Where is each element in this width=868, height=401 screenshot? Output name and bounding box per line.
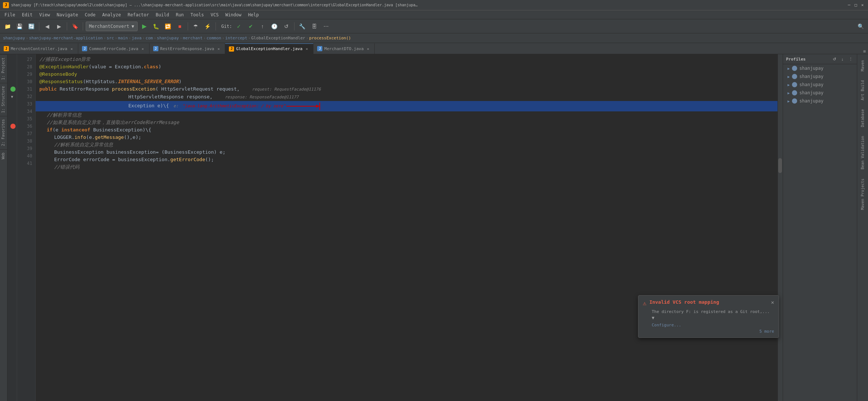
menu-analyze[interactable]: Analyze: [99, 12, 124, 18]
tab-close-button[interactable]: ✕: [216, 46, 221, 51]
breadcrumb-merchant[interactable]: merchant: [183, 36, 203, 40]
menu-help[interactable]: Help: [245, 12, 262, 18]
breadcrumb-shanjupay[interactable]: shanjupay: [3, 36, 25, 40]
svg-marker-1: [316, 105, 320, 108]
tab-label: MerchantController.java: [11, 46, 67, 51]
menu-code[interactable]: Code: [82, 12, 99, 18]
breadcrumb-shanjupay2[interactable]: shanjupay: [157, 36, 179, 40]
project-panel-tab[interactable]: 1: Project: [0, 54, 7, 83]
code-line-39: BusinessException businessException= (Bu…: [39, 149, 774, 156]
breadcrumb-intercept[interactable]: intercept: [225, 36, 247, 40]
notif-configure-link[interactable]: Configure...: [652, 323, 774, 327]
annotation-arrow: [286, 101, 327, 111]
breadcrumb-merchant-app[interactable]: shanjupay-merchant-application: [29, 36, 103, 40]
profile-button[interactable]: ⚡: [203, 21, 213, 32]
forward-button[interactable]: ▶: [54, 21, 64, 32]
tab-rest-error[interactable]: J RestErrorResponse.java ✕: [149, 43, 226, 54]
profile-icon-4: [792, 90, 797, 95]
open-folder-button[interactable]: 📁: [2, 21, 13, 32]
gutter-fold[interactable]: ▼: [11, 95, 13, 99]
menu-window[interactable]: Window: [222, 12, 244, 18]
minimize-button[interactable]: ─: [846, 3, 852, 8]
run-button[interactable]: ▶: [139, 21, 149, 32]
maven-tab[interactable]: Maven: [859, 57, 866, 74]
menu-run[interactable]: Run: [173, 12, 187, 18]
menu-tools[interactable]: Tools: [188, 12, 207, 18]
tab-close-button[interactable]: ✕: [365, 46, 371, 51]
more-tabs-button[interactable]: ≡: [863, 49, 866, 54]
notif-close-button[interactable]: ✕: [771, 299, 774, 305]
tab-close-button[interactable]: ✕: [69, 46, 74, 51]
vertical-scrollbar[interactable]: [777, 54, 783, 401]
code-line-41: //错误代码: [39, 163, 774, 171]
git-update-button[interactable]: ✓: [234, 21, 244, 32]
bookmark-button[interactable]: 🔖: [70, 21, 80, 32]
menu-vcs[interactable]: VCS: [208, 12, 222, 18]
git-history-button[interactable]: 🕐: [269, 21, 280, 32]
menu-build[interactable]: Build: [153, 12, 172, 18]
art-build-tab[interactable]: Art Build: [859, 77, 866, 103]
tab-common-error[interactable]: J CommonErrorCode.java ✕: [78, 43, 149, 54]
breadcrumb-java[interactable]: java: [132, 36, 142, 40]
bean-validation-tab[interactable]: Bean Validation: [859, 133, 866, 172]
back-button[interactable]: ◀: [42, 21, 52, 32]
close-button[interactable]: ✕: [860, 3, 865, 8]
tab-close-button[interactable]: ✕: [140, 46, 145, 51]
menu-edit[interactable]: Edit: [19, 12, 36, 18]
database-tab[interactable]: Database: [859, 106, 866, 130]
menu-refactor[interactable]: Refactor: [125, 12, 152, 18]
settings-button[interactable]: 🔧: [297, 21, 308, 32]
profiles-label: Profiles: [786, 57, 806, 62]
refresh-profiles-button[interactable]: ↺: [831, 56, 838, 62]
breadcrumb-com[interactable]: com: [145, 36, 153, 40]
breadcrumb-file[interactable]: GlobalExceptionHandler: [251, 36, 305, 40]
code-line-35: //如果是系统自定义异常，直接取出errCode和errMessage: [39, 119, 774, 126]
git-commit-button[interactable]: ✔: [246, 21, 256, 32]
favorites-panel-tab[interactable]: 2: Favorites: [0, 116, 7, 149]
git-rollback-button[interactable]: ↺: [281, 21, 292, 32]
tab-global-exception[interactable]: J GlobalExceptionHandler.java ✕: [225, 43, 313, 54]
profile-item-4[interactable]: ▶ shanjupay: [783, 89, 857, 97]
maximize-button[interactable]: □: [853, 3, 858, 8]
download-profiles-button[interactable]: ↓: [839, 56, 846, 62]
profile-item-3[interactable]: ▶ shanjupay: [783, 81, 857, 89]
tab-close-button[interactable]: ✕: [304, 46, 309, 52]
code-editor[interactable]: //捕获Exception异常 @ExceptionHandler(value …: [36, 54, 777, 401]
maven-sidebar: Profiles ↺ ↓ ⋮ ▶ shanjupay ▶ shanjupay ▶…: [783, 54, 857, 401]
profile-item-5[interactable]: ▶ shanjupay: [783, 97, 857, 105]
structure-panel-tab[interactable]: 1: Structure: [0, 83, 7, 116]
menu-view[interactable]: View: [36, 12, 53, 18]
dropdown-arrow-icon: ▼: [131, 24, 134, 29]
notif-expand-button[interactable]: ▼: [652, 315, 654, 320]
coverage-button[interactable]: ☂: [191, 21, 201, 32]
breadcrumb-common[interactable]: common: [207, 36, 221, 40]
run-config-dropdown[interactable]: MerchantConvert ▼: [86, 22, 138, 31]
tab-merchant-dto[interactable]: J MerchantDTO.java ✕: [313, 43, 375, 54]
sep1: ›: [26, 36, 29, 40]
notif-body-text: The directory F: is registered as a Git …: [652, 309, 770, 314]
breadcrumb-main[interactable]: main: [118, 36, 128, 40]
profile-item-2[interactable]: ▶ shanjupay: [783, 72, 857, 81]
stop-button[interactable]: ■: [175, 21, 185, 32]
synchronize-button[interactable]: 🔄: [26, 21, 36, 32]
app-icon: J: [3, 2, 9, 8]
maven-projects-tab[interactable]: Maven Projects: [859, 176, 866, 213]
web-panel-tab[interactable]: Web: [0, 149, 7, 162]
reload-button[interactable]: 🔁: [163, 21, 173, 32]
more-tools-button[interactable]: ⋯: [321, 21, 331, 32]
more-profiles-button[interactable]: ⋮: [847, 56, 854, 62]
global-search-button[interactable]: 🔍: [855, 21, 866, 32]
notif-more-button[interactable]: 5 more: [643, 329, 774, 334]
tab-merchant-controller[interactable]: J MerchantController.java ✕: [0, 43, 78, 54]
menu-navigate[interactable]: Navigate: [54, 12, 81, 18]
menu-file[interactable]: File: [1, 12, 18, 18]
debug-button[interactable]: 🐛: [151, 21, 161, 32]
profile-item-1[interactable]: ▶ shanjupay: [783, 64, 857, 72]
save-button[interactable]: 💾: [14, 21, 24, 32]
database-button[interactable]: 🗄: [309, 21, 319, 32]
window-title: shanjupay [F:\teach\shanjupay\model2\cod…: [11, 3, 846, 7]
breadcrumb-src[interactable]: src: [107, 36, 114, 40]
git-push-button[interactable]: ↑: [257, 21, 268, 32]
profile-icon-3: [792, 82, 797, 87]
breadcrumb-method[interactable]: processExcetion(): [309, 36, 351, 40]
